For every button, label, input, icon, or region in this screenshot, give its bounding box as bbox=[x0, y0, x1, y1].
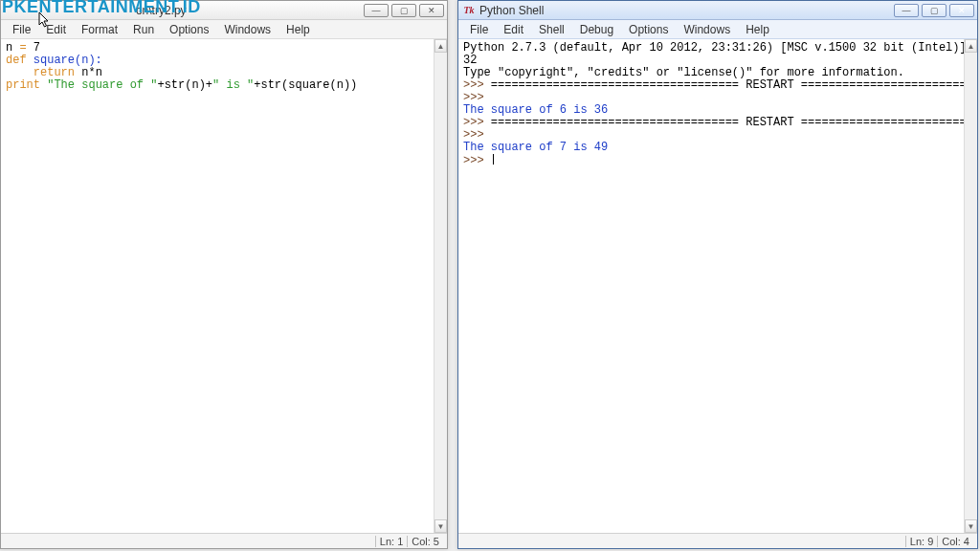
scroll-down-icon[interactable]: ▼ bbox=[434, 519, 447, 533]
menu-edit[interactable]: Edit bbox=[496, 21, 531, 38]
editor-statusbar: Ln: 1 Col: 5 bbox=[1, 533, 447, 548]
shell-menubar: File Edit Shell Debug Options Windows He… bbox=[458, 20, 977, 39]
menu-edit[interactable]: Edit bbox=[38, 21, 74, 38]
shell-prompt: >>> bbox=[463, 154, 491, 167]
editor-code[interactable]: n = 7 def square(n): return n*n print "T… bbox=[1, 39, 434, 533]
minimize-button[interactable]: — bbox=[894, 4, 919, 17]
status-line: Ln: 1 bbox=[375, 536, 407, 547]
shell-output-line: The square of 6 is 36 bbox=[463, 103, 608, 117]
menu-shell[interactable]: Shell bbox=[531, 21, 572, 38]
code-token: n bbox=[6, 41, 19, 55]
menu-format[interactable]: Format bbox=[74, 21, 125, 38]
shell-title: Python Shell bbox=[479, 4, 544, 17]
tk-icon: Tk bbox=[462, 4, 476, 17]
editor-titlebar[interactable]: PKENTERTAINMENT.ID on\try2.py — ▢ ✕ bbox=[1, 1, 447, 20]
editor-menubar: File Edit Format Run Options Windows Hel… bbox=[1, 20, 447, 39]
editor-window-controls: — ▢ ✕ bbox=[364, 4, 444, 17]
scroll-down-icon[interactable]: ▼ bbox=[965, 519, 977, 533]
shell-line: Python 2.7.3 (default, Apr 10 2012, 23:3… bbox=[463, 41, 977, 55]
shell-prompt: >>> bbox=[463, 78, 491, 92]
status-col: Col: 4 bbox=[937, 536, 973, 547]
scroll-up-icon[interactable]: ▲ bbox=[434, 39, 447, 53]
shell-line: 32 bbox=[463, 54, 477, 67]
menu-file[interactable]: File bbox=[5, 21, 38, 38]
close-button[interactable]: ✕ bbox=[419, 4, 444, 17]
code-token: 7 bbox=[33, 41, 40, 55]
code-token: +str(n)+ bbox=[157, 78, 212, 92]
editor-window: PKENTERTAINMENT.ID on\try2.py — ▢ ✕ File… bbox=[0, 0, 448, 549]
menu-help[interactable]: Help bbox=[738, 21, 777, 38]
menu-help[interactable]: Help bbox=[278, 21, 318, 38]
editor-scrollbar[interactable]: ▲ ▼ bbox=[434, 39, 447, 533]
editor-title-path: on\try2.py bbox=[136, 4, 187, 17]
code-token: def bbox=[6, 54, 27, 67]
shell-restart: ==================================== RES… bbox=[491, 116, 977, 129]
shell-prompt: >>> bbox=[463, 128, 491, 142]
code-token: n*n bbox=[75, 66, 102, 79]
shell-line: Type "copyright", "credits" or "license(… bbox=[463, 66, 904, 79]
status-col: Col: 5 bbox=[407, 536, 443, 547]
text-cursor-icon bbox=[493, 154, 494, 165]
code-token: = bbox=[19, 41, 33, 55]
menu-windows[interactable]: Windows bbox=[216, 21, 278, 38]
shell-prompt: >>> bbox=[463, 116, 491, 129]
code-token: "The square of " bbox=[47, 78, 157, 92]
minimize-button[interactable]: — bbox=[364, 4, 389, 17]
maximize-button[interactable]: ▢ bbox=[922, 4, 947, 17]
maximize-button[interactable]: ▢ bbox=[391, 4, 416, 17]
menu-options[interactable]: Options bbox=[162, 21, 216, 38]
code-token: +str(square(n)) bbox=[254, 78, 357, 92]
menu-windows[interactable]: Windows bbox=[676, 21, 738, 38]
shell-scrollbar[interactable]: ▲ ▼ bbox=[964, 39, 977, 533]
code-token: square(n): bbox=[27, 54, 102, 67]
status-line: Ln: 9 bbox=[905, 536, 937, 547]
shell-prompt: >>> bbox=[463, 91, 491, 104]
menu-run[interactable]: Run bbox=[125, 21, 162, 38]
code-token: print bbox=[6, 78, 40, 92]
code-token bbox=[6, 66, 33, 79]
shell-client: Python 2.7.3 (default, Apr 10 2012, 23:3… bbox=[458, 39, 977, 533]
shell-window: Tk Python Shell — ▢ ✕ File Edit Shell De… bbox=[457, 0, 978, 549]
code-token: return bbox=[33, 66, 75, 79]
menu-options[interactable]: Options bbox=[621, 21, 676, 38]
shell-titlebar[interactable]: Tk Python Shell — ▢ ✕ bbox=[458, 1, 977, 20]
menu-file[interactable]: File bbox=[462, 21, 496, 38]
close-button[interactable]: ✕ bbox=[949, 4, 974, 17]
shell-output[interactable]: Python 2.7.3 (default, Apr 10 2012, 23:3… bbox=[458, 39, 964, 533]
code-token: " is " bbox=[212, 78, 254, 92]
shell-restart: ==================================== RES… bbox=[491, 78, 977, 92]
menu-debug[interactable]: Debug bbox=[572, 21, 621, 38]
shell-window-controls: — ▢ ✕ bbox=[894, 4, 974, 17]
scroll-up-icon[interactable]: ▲ bbox=[965, 39, 977, 53]
shell-output-line: The square of 7 is 49 bbox=[463, 141, 608, 154]
shell-statusbar: Ln: 9 Col: 4 bbox=[458, 533, 977, 548]
editor-client: n = 7 def square(n): return n*n print "T… bbox=[1, 39, 447, 533]
